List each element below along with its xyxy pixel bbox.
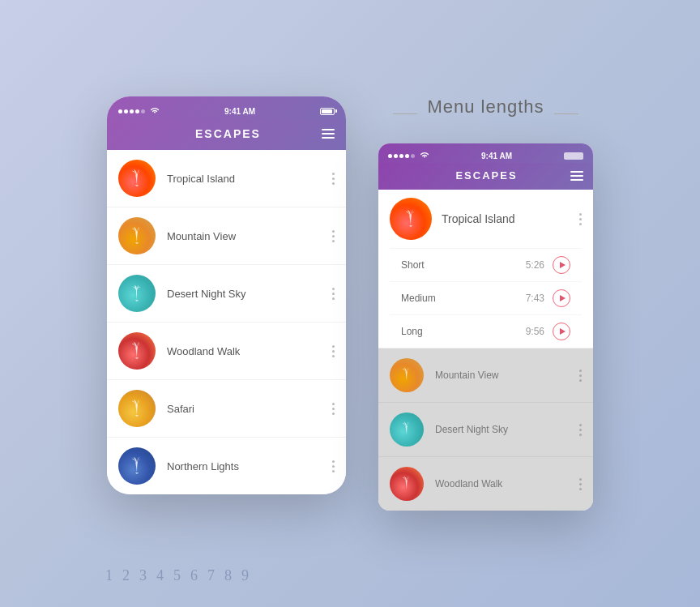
list-item-tropical-island[interactable]: Tropical Island bbox=[107, 150, 346, 207]
item-name-mountain-view: Mountain View bbox=[167, 230, 332, 242]
list-item-woodland[interactable]: Woodland Walk bbox=[107, 323, 346, 380]
status-right-left bbox=[320, 108, 335, 115]
num-3: 3 bbox=[139, 567, 147, 584]
app-title-right: ESCAPES bbox=[455, 169, 517, 182]
sub-item-time-short: 5:26 bbox=[526, 259, 544, 271]
dot-1 bbox=[332, 288, 335, 290]
play-button-short[interactable] bbox=[553, 256, 570, 274]
expanded-item-name: Tropical Island bbox=[442, 212, 579, 225]
palm-icon-r bbox=[399, 207, 422, 230]
dot-d3 bbox=[579, 434, 582, 436]
menu-lengths-title: Menu lengths bbox=[427, 96, 544, 118]
palm-icon-w bbox=[397, 474, 416, 494]
wifi-icon-right bbox=[420, 151, 429, 160]
status-left bbox=[118, 106, 160, 116]
hamburger-menu-left[interactable] bbox=[322, 129, 335, 139]
dot-3 bbox=[332, 413, 335, 415]
signal-dot-1 bbox=[118, 109, 122, 113]
icon-safari bbox=[118, 390, 156, 427]
more-dots-mountain-right[interactable] bbox=[579, 370, 582, 382]
battery-icon-left bbox=[320, 108, 335, 115]
dot-2 bbox=[332, 293, 335, 295]
signal-dot-2 bbox=[124, 109, 128, 113]
dot-2 bbox=[332, 177, 335, 180]
play-triangle-medium bbox=[560, 295, 566, 301]
dot-3 bbox=[332, 182, 335, 185]
dot-d2 bbox=[579, 429, 582, 431]
phone-header-left: ESCAPES bbox=[107, 119, 346, 150]
more-dots-tropical[interactable] bbox=[332, 173, 335, 185]
dot-1 bbox=[332, 460, 335, 463]
item-name-desert: Desert Night Sky bbox=[167, 288, 332, 300]
dot-2 bbox=[332, 350, 335, 353]
title-line: Menu lengths bbox=[393, 96, 578, 130]
signal-dot-r4 bbox=[405, 154, 409, 158]
phone-left: 9:41 AM ESCAPES bbox=[107, 96, 346, 494]
sub-item-name-short: Short bbox=[401, 259, 526, 271]
list-item-mountain-right[interactable]: Mountain View bbox=[378, 348, 593, 403]
sub-items: Short 5:26 Medium 7:43 Lon bbox=[390, 248, 582, 348]
list-item-woodland-right[interactable]: Woodland Walk bbox=[378, 457, 593, 511]
hamburger-menu-right[interactable] bbox=[570, 171, 583, 181]
dot-w2 bbox=[579, 483, 582, 485]
list-item-desert[interactable]: Desert Night Sky bbox=[107, 265, 346, 323]
dot-d1 bbox=[579, 424, 582, 426]
icon-mountain-right bbox=[390, 358, 424, 392]
sub-item-short[interactable]: Short 5:26 bbox=[390, 249, 582, 282]
more-dots-woodland[interactable] bbox=[332, 345, 335, 357]
sub-item-time-long: 9:56 bbox=[526, 326, 544, 337]
icon-desert bbox=[118, 275, 156, 312]
sub-item-name-long: Long bbox=[401, 326, 526, 337]
palm-icon-d bbox=[397, 420, 416, 439]
item-name-desert-right: Desert Night Sky bbox=[435, 424, 579, 435]
icon-northern-lights bbox=[118, 447, 156, 485]
dot-m3 bbox=[579, 379, 582, 382]
more-dots-mountain[interactable] bbox=[332, 230, 335, 242]
dot-w3 bbox=[579, 488, 582, 490]
more-dots-northern[interactable] bbox=[332, 460, 335, 472]
palm-icon-1 bbox=[126, 167, 148, 190]
dot-e3 bbox=[579, 223, 582, 225]
list-item-mountain-view[interactable]: Mountain View bbox=[107, 207, 346, 265]
dot-m1 bbox=[579, 370, 582, 372]
more-dots-desert-right[interactable] bbox=[579, 424, 582, 436]
item-name-mountain-right: Mountain View bbox=[435, 370, 579, 381]
dot-2 bbox=[332, 235, 335, 237]
more-dots-desert[interactable] bbox=[332, 288, 335, 300]
dot-2 bbox=[332, 408, 335, 410]
hamburger-line-3 bbox=[322, 137, 335, 139]
play-button-long[interactable] bbox=[553, 323, 570, 340]
list-item-desert-right[interactable]: Desert Night Sky bbox=[378, 403, 593, 457]
dot-1 bbox=[332, 345, 335, 348]
play-triangle-long bbox=[560, 328, 566, 335]
num-1: 1 bbox=[105, 567, 113, 584]
dot-1 bbox=[332, 173, 335, 175]
signal-dot-3 bbox=[130, 109, 134, 113]
dot-m2 bbox=[579, 374, 582, 377]
sub-item-long[interactable]: Long 9:56 bbox=[390, 315, 582, 348]
more-dots-expanded[interactable] bbox=[579, 213, 582, 225]
item-name-woodland: Woodland Walk bbox=[167, 345, 332, 357]
icon-tropical-right bbox=[390, 198, 432, 240]
more-dots-safari[interactable] bbox=[332, 403, 335, 415]
list-item-safari[interactable]: Safari bbox=[107, 380, 346, 438]
palm-icon-m bbox=[397, 365, 416, 385]
palm-icon-2 bbox=[126, 224, 148, 247]
num-8: 8 bbox=[224, 567, 232, 584]
play-triangle-short bbox=[560, 262, 566, 268]
num-7: 7 bbox=[207, 567, 215, 584]
more-dots-woodland-right[interactable] bbox=[579, 478, 582, 490]
sub-item-medium[interactable]: Medium 7:43 bbox=[390, 282, 582, 315]
num-6: 6 bbox=[190, 567, 198, 584]
dot-3 bbox=[332, 355, 335, 357]
list-item-northern-lights[interactable]: Northern Lights bbox=[107, 438, 346, 494]
item-name-tropical-island: Tropical Island bbox=[167, 173, 332, 185]
num-2: 2 bbox=[122, 567, 130, 584]
signal-dots bbox=[118, 109, 145, 113]
icon-desert-right bbox=[390, 413, 424, 447]
title-dash-left bbox=[393, 113, 417, 114]
palm-icon-3 bbox=[126, 282, 148, 305]
play-button-medium[interactable] bbox=[553, 289, 570, 307]
dot-e1 bbox=[579, 213, 582, 216]
signal-dot-r5 bbox=[411, 154, 415, 158]
